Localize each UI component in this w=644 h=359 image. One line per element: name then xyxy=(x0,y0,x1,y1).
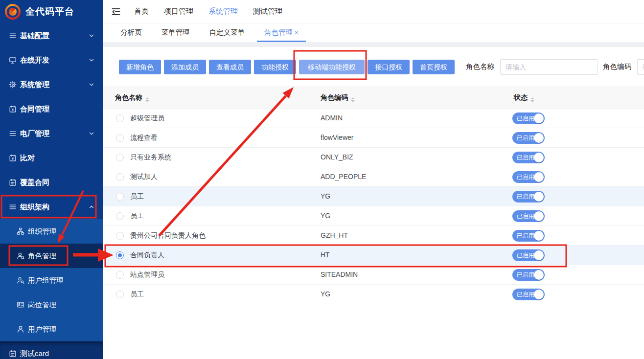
status-toggle[interactable]: 已启用 xyxy=(512,210,545,222)
close-icon[interactable]: × xyxy=(295,29,299,36)
app-root: 全代码平台 基础配置 在线开发 系统管理 ¥ 合同管理 电厂管理 ¥ 比对 覆盖… xyxy=(0,0,644,359)
status-toggle[interactable]: 已启用 xyxy=(512,289,545,300)
sort-icon[interactable] xyxy=(530,97,534,102)
row-radio[interactable] xyxy=(116,154,124,161)
sidebar-item-plant-mgmt[interactable]: 电厂管理 xyxy=(0,121,103,146)
status-toggle[interactable]: 已启用 xyxy=(512,230,545,242)
role-name-cell: 合同负责人 xyxy=(130,246,164,265)
button-view-member[interactable]: 查看成员 xyxy=(209,60,251,74)
table-row[interactable]: 流程查看 flowViewer 已启用 xyxy=(103,128,644,148)
table-row[interactable]: 只有业务系统 ONLY_BIZ 已启用 xyxy=(103,148,644,167)
role-code-cell: YG xyxy=(321,285,330,304)
status-toggle[interactable]: 已启用 xyxy=(512,112,545,124)
sidebar-item-test-card[interactable]: 测试card xyxy=(0,341,103,359)
status-toggle[interactable]: 已启用 xyxy=(512,171,545,183)
tab-menu-mgmt[interactable]: 菜单管理 xyxy=(152,23,200,42)
table-row[interactable]: 超级管理员 ADMIN 已启用 xyxy=(103,109,644,128)
chevron-down-icon xyxy=(88,81,95,88)
button-home-auth[interactable]: 首页授权 xyxy=(413,60,455,74)
role-code-cell: YG xyxy=(321,187,330,206)
sidebar-item-label: 用户组管理 xyxy=(28,276,64,285)
sidebar-item-label: 比对 xyxy=(20,154,35,163)
toggle-knob xyxy=(534,270,544,280)
status-toggle[interactable]: 已启用 xyxy=(512,249,545,261)
sidebar-item-compare[interactable]: ¥ 比对 xyxy=(0,146,103,170)
role-code-cell: SITEADMIN xyxy=(321,265,358,284)
row-radio[interactable] xyxy=(116,114,124,122)
row-radio[interactable] xyxy=(116,193,124,201)
button-add-role[interactable]: 新增角色 xyxy=(119,60,161,74)
role-name-cell: 超级管理员 xyxy=(130,109,164,128)
table-row[interactable]: 测试加人 ADD_PEOPLE 已启用 xyxy=(103,167,644,187)
sidebar-item-label: 角色管理 xyxy=(28,251,56,261)
nav-item-test-mgmt[interactable]: 测试管理 xyxy=(253,7,282,16)
sidebar-item-label: 测试card xyxy=(20,349,49,359)
row-radio[interactable] xyxy=(116,173,124,181)
table-row[interactable]: 员工 YG 已启用 xyxy=(103,285,644,304)
row-radio[interactable] xyxy=(116,271,124,279)
row-radio[interactable] xyxy=(116,134,124,142)
sidebar-item-org-structure[interactable]: 组织架构 xyxy=(0,195,103,219)
table-row[interactable]: 员工 YG 已启用 xyxy=(103,187,644,206)
sidebar-item-base-config[interactable]: 基础配置 xyxy=(0,23,103,48)
sidebar-item-label: 组织管理 xyxy=(28,227,56,236)
sidebar-item-contract-mgmt[interactable]: ¥ 合同管理 xyxy=(0,97,103,121)
sidebar-item-system-mgmt[interactable]: 系统管理 xyxy=(0,72,103,97)
role-code-input[interactable] xyxy=(637,59,644,75)
button-mobile-func-auth[interactable]: 移动端功能授权 xyxy=(299,60,365,74)
sidebar-item-org-mgmt[interactable]: 组织管理 xyxy=(0,219,103,244)
chevron-up-icon xyxy=(88,203,95,210)
gear-icon xyxy=(9,81,17,89)
row-radio[interactable] xyxy=(116,251,124,259)
nav-item-home[interactable]: 首页 xyxy=(134,7,149,16)
role-name-input[interactable] xyxy=(500,59,598,75)
tab-role-mgmt[interactable]: 角色管理× xyxy=(254,23,308,42)
menu-fold-icon[interactable] xyxy=(111,7,121,17)
sidebar-item-role-mgmt[interactable]: 角色管理 xyxy=(0,244,103,268)
svg-text:¥: ¥ xyxy=(12,108,14,112)
button-add-member[interactable]: 添加成员 xyxy=(164,60,206,74)
app-title: 全代码平台 xyxy=(25,5,74,18)
row-radio[interactable] xyxy=(116,232,124,240)
sidebar-item-label: 合同管理 xyxy=(20,105,49,114)
column-header-label: 状态 xyxy=(514,93,528,101)
toggle-knob xyxy=(534,133,544,143)
status-toggle[interactable]: 已启用 xyxy=(512,191,545,202)
role-name-cell: 测试加人 xyxy=(130,167,158,186)
status-toggle[interactable]: 已启用 xyxy=(512,152,545,163)
tab-custom-menu[interactable]: 自定义菜单 xyxy=(200,23,255,42)
status-toggle-label: 已启用 xyxy=(517,132,534,144)
toggle-knob xyxy=(534,290,544,299)
tab-analysis-page[interactable]: 分析页 xyxy=(111,23,152,42)
nav-item-system-mgmt[interactable]: 系统管理 xyxy=(208,7,238,16)
tab-label: 角色管理 xyxy=(264,28,293,36)
sort-icon[interactable] xyxy=(145,97,149,102)
sidebar-item-coverage-contract[interactable]: 覆盖合同 xyxy=(0,170,103,195)
status-toggle[interactable]: 已启用 xyxy=(512,132,545,144)
role-name-cell: 员工 xyxy=(130,206,144,225)
sidebar-item-post-mgmt[interactable]: 岗位管理 xyxy=(0,292,103,317)
role-name-cell: 贵州公司合同负责人角色 xyxy=(130,226,206,245)
row-radio[interactable] xyxy=(116,212,124,220)
sidebar-item-label: 基础配置 xyxy=(20,31,49,41)
calendar-icon xyxy=(9,350,17,358)
nav-item-project-mgmt[interactable]: 项目管理 xyxy=(164,7,193,16)
sidebar-menu: 基础配置 在线开发 系统管理 ¥ 合同管理 电厂管理 ¥ 比对 覆盖合同 组织架… xyxy=(0,23,103,359)
row-radio[interactable] xyxy=(116,291,124,298)
sort-icon[interactable] xyxy=(351,97,355,102)
sidebar-item-user-mgmt[interactable]: 用户管理 xyxy=(0,317,103,341)
table-row[interactable]: 员工 YG 已启用 xyxy=(103,206,644,226)
sidebar-item-user-group-mgmt[interactable]: 用户组管理 xyxy=(0,268,103,292)
table-row[interactable]: 站点管理员 SITEADMIN 已启用 xyxy=(103,265,644,285)
sidebar-item-online-dev[interactable]: 在线开发 xyxy=(0,48,103,72)
role-code-cell: HT xyxy=(321,246,330,265)
table-body: 超级管理员 ADMIN 已启用 流程查看 flowViewer 已启用 只有业务… xyxy=(103,109,644,304)
button-api-auth[interactable]: 接口授权 xyxy=(368,60,410,74)
list-icon xyxy=(9,32,17,40)
tab-bar: 分析页 菜单管理 自定义菜单 角色管理× xyxy=(103,23,644,42)
button-func-auth[interactable]: 功能授权 xyxy=(254,60,296,74)
table-row[interactable]: 贵州公司合同负责人角色 GZH_HT 已启用 xyxy=(103,226,644,246)
status-toggle[interactable]: 已启用 xyxy=(512,269,545,281)
status-toggle-label: 已启用 xyxy=(517,289,534,300)
table-row[interactable]: 合同负责人 HT 已启用 xyxy=(103,246,644,265)
